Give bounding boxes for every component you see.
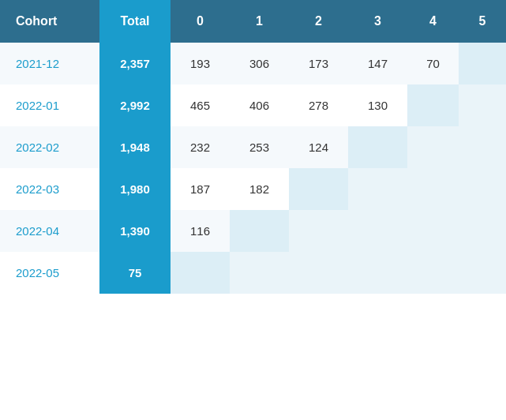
cohort-cell: 2021-12 (0, 43, 99, 84)
col2-cell: 173 (289, 43, 348, 84)
total-cell: 75 (99, 252, 171, 294)
table-row: 2022-021,948232253124 (0, 126, 506, 168)
table-row: 2022-012,992465406278130 (0, 84, 506, 126)
total-cell: 1,980 (99, 168, 171, 210)
header-col0: 0 (171, 0, 230, 43)
col3-cell: 147 (348, 43, 407, 84)
col0-cell: 193 (171, 43, 230, 84)
col5-cell (459, 168, 506, 210)
col3-cell (348, 126, 407, 168)
col4-cell (407, 84, 459, 126)
col5-cell (459, 210, 506, 252)
col1-cell: 253 (230, 126, 289, 168)
col1-cell (230, 210, 289, 252)
table-row: 2022-0575 (0, 252, 506, 294)
col5-cell (459, 84, 506, 126)
cohort-link[interactable]: 2021-12 (16, 57, 59, 70)
total-cell: 2,357 (99, 43, 171, 84)
col1-cell: 182 (230, 168, 289, 210)
cohort-cell: 2022-05 (0, 252, 99, 294)
header-total: Total (99, 0, 171, 43)
col5-cell (459, 43, 506, 84)
total-cell: 1,948 (99, 126, 171, 168)
header-col3: 3 (348, 0, 407, 43)
header-col2: 2 (289, 0, 348, 43)
col4-cell (407, 210, 459, 252)
col3-cell: 130 (348, 84, 407, 126)
col3-cell (348, 210, 407, 252)
col0-cell: 116 (171, 210, 230, 252)
cohort-cell: 2022-03 (0, 168, 99, 210)
cohort-cell: 2022-04 (0, 210, 99, 252)
header-col4: 4 (407, 0, 459, 43)
table-row: 2021-122,35719330617314770 (0, 43, 506, 84)
header-col5: 5 (459, 0, 506, 43)
col4-cell (407, 252, 459, 294)
cohort-link[interactable]: 2022-03 (16, 182, 59, 196)
col4-cell: 70 (407, 43, 459, 84)
col2-cell (289, 210, 348, 252)
col0-cell: 465 (171, 84, 230, 126)
cohort-link[interactable]: 2022-01 (16, 99, 59, 112)
total-cell: 2,992 (99, 84, 171, 126)
col2-cell (289, 252, 348, 294)
cohort-link[interactable]: 2022-02 (16, 141, 59, 154)
cohort-cell: 2022-02 (0, 126, 99, 168)
col0-cell: 187 (171, 168, 230, 210)
col1-cell (230, 252, 289, 294)
cohort-link[interactable]: 2022-05 (16, 266, 59, 279)
col3-cell (348, 252, 407, 294)
table-row: 2022-041,390116 (0, 210, 506, 252)
col0-cell: 232 (171, 126, 230, 168)
col4-cell (407, 126, 459, 168)
col2-cell: 278 (289, 84, 348, 126)
col4-cell (407, 168, 459, 210)
cohort-cell: 2022-01 (0, 84, 99, 126)
col3-cell (348, 168, 407, 210)
col5-cell (459, 126, 506, 168)
col2-cell: 124 (289, 126, 348, 168)
col0-cell (171, 252, 230, 294)
col1-cell: 406 (230, 84, 289, 126)
header-col1: 1 (230, 0, 289, 43)
header-cohort: Cohort (0, 0, 99, 43)
col2-cell (289, 168, 348, 210)
total-cell: 1,390 (99, 210, 171, 252)
col1-cell: 306 (230, 43, 289, 84)
table-row: 2022-031,980187182 (0, 168, 506, 210)
cohort-link[interactable]: 2022-04 (16, 224, 59, 238)
col5-cell (459, 252, 506, 294)
